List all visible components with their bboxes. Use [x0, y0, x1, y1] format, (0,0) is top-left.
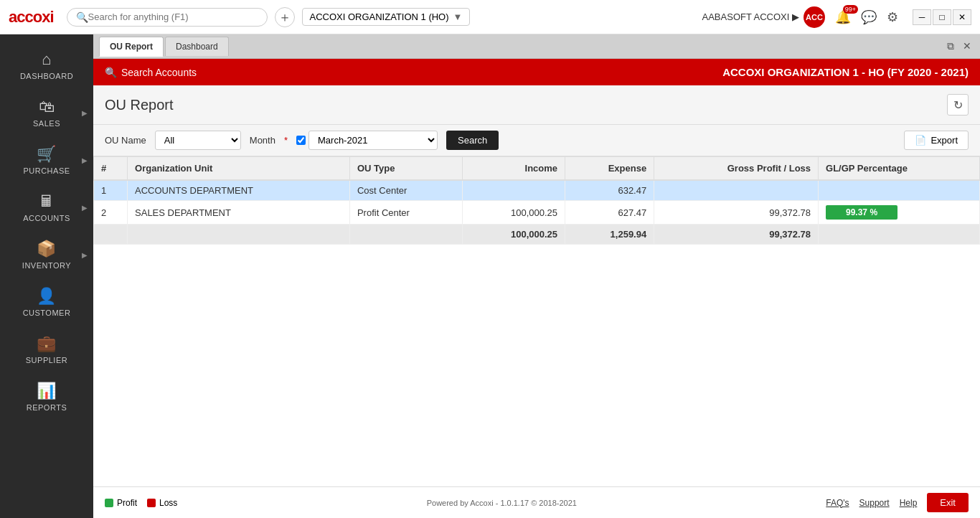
table-header-row: # Organization Unit OU Type Income Expen… [94, 157, 980, 181]
customer-icon: 👤 [37, 287, 57, 306]
sidebar-item-label: DASHBOARD [20, 72, 73, 80]
table-totals-row: 100,000.25 1,259.94 99,372.78 [94, 225, 980, 245]
powered-by-text: Powered by Accoxi - 1.0.1.17 © 2018-2021 [427, 499, 577, 507]
sidebar-item-sales[interactable]: 🛍 SALES ▶ [0, 89, 93, 136]
cell-total-income: 100,000.25 [462, 225, 565, 245]
loss-label: Loss [159, 498, 177, 508]
tab-ou-report[interactable]: OU Report [99, 37, 164, 57]
search-accounts-label: Search Accounts [121, 67, 197, 78]
sidebar-item-inventory[interactable]: 📦 INVENTORY ▶ [0, 231, 93, 278]
maximize-button[interactable]: □ [933, 9, 951, 25]
tab-restore-icon[interactable]: ⧉ [944, 39, 957, 54]
sidebar-item-label: PURCHASE [23, 166, 70, 175]
cell-expense: 632.47 [565, 180, 654, 201]
cell-blank [128, 225, 350, 245]
chevron-down-icon: ▼ [453, 11, 463, 22]
tab-dashboard[interactable]: Dashboard [165, 37, 229, 56]
search-accounts-icon: 🔍 [105, 67, 117, 78]
col-expense: Expense [565, 157, 654, 181]
tab-close-icon[interactable]: ✕ [960, 39, 974, 54]
search-accounts-button[interactable]: 🔍 Search Accounts [105, 67, 197, 78]
sidebar-item-reports[interactable]: 📊 REPORTS [0, 373, 93, 420]
page-content: 🔍 Search Accounts ACCOXI ORGANIZATION 1 … [93, 59, 980, 518]
sidebar-item-label: REPORTS [27, 403, 67, 412]
cell-num: 2 [94, 201, 128, 225]
month-required-star: * [284, 135, 288, 146]
ou-name-select[interactable]: All [155, 131, 241, 150]
add-button[interactable]: ＋ [275, 7, 295, 27]
settings-icon[interactable]: ⚙ [884, 6, 901, 28]
accounts-icon: 🖩 [39, 192, 55, 211]
export-label: Export [930, 135, 958, 146]
notification-button[interactable]: 🔔 99+ [832, 9, 854, 25]
col-num: # [94, 157, 128, 181]
close-button[interactable]: ✕ [953, 9, 971, 25]
notification-badge: 99+ [843, 5, 858, 14]
search-icon: 🔍 [76, 11, 88, 23]
legend-profit: Profit [105, 498, 137, 508]
legend-loss: Loss [147, 498, 177, 508]
global-search-input[interactable] [88, 11, 246, 22]
purchase-icon: 🛒 [37, 145, 57, 164]
col-income: Income [462, 157, 565, 181]
cell-total-expense: 1,259.94 [565, 225, 654, 245]
cell-gross-profit [654, 180, 819, 201]
cell-ou-type: Profit Center [349, 201, 462, 225]
user-name: AABASOFT ACCOXI ▶ [702, 11, 799, 22]
sidebar: ⌂ DASHBOARD 🛍 SALES ▶ 🛒 PURCHASE ▶ 🖩 ACC… [0, 34, 93, 518]
cell-total-gross-profit: 99,372.78 [654, 225, 819, 245]
profit-label: Profit [117, 498, 137, 508]
table-row[interactable]: 1 ACCOUNTS DEPARTMENT Cost Center 632.47 [94, 180, 980, 201]
profit-dot [105, 499, 113, 507]
org-name: ACCOXI ORGANIZATION 1 (HO) [310, 11, 449, 22]
help-link[interactable]: Help [900, 498, 918, 508]
topbar: accoxi 🔍 ＋ ACCOXI ORGANIZATION 1 (HO) ▼ … [0, 0, 980, 34]
user-info: AABASOFT ACCOXI ▶ ACC [702, 6, 825, 28]
month-select[interactable]: March-2021 [308, 131, 438, 150]
col-gl-gp: GL/GP Percentage [819, 157, 980, 181]
sidebar-item-accounts[interactable]: 🖩 ACCOUNTS ▶ [0, 184, 93, 231]
chevron-right-icon: ▶ [82, 204, 88, 212]
export-icon: 📄 [915, 135, 926, 146]
org-selector[interactable]: ACCOXI ORGANIZATION 1 (HO) ▼ [302, 8, 471, 26]
minimize-button[interactable]: ─ [913, 9, 931, 25]
month-checkbox[interactable] [296, 136, 306, 145]
data-table-container: # Organization Unit OU Type Income Expen… [93, 156, 980, 486]
cell-ou-type: Cost Center [349, 180, 462, 201]
tab-controls: ⧉ ✕ [944, 39, 974, 54]
table-row[interactable]: 2 SALES DEPARTMENT Profit Center 100,000… [94, 201, 980, 225]
cell-income [462, 180, 565, 201]
cell-blank [94, 225, 128, 245]
org-fy-title: ACCOXI ORGANIZATION 1 - HO (FY 2020 - 20… [722, 66, 969, 78]
supplier-icon: 💼 [37, 334, 57, 353]
sidebar-item-customer[interactable]: 👤 CUSTOMER [0, 278, 93, 326]
dashboard-icon: ⌂ [42, 50, 52, 69]
global-search-box[interactable]: 🔍 [67, 8, 268, 27]
faq-link[interactable]: FAQ's [826, 498, 849, 508]
sidebar-item-dashboard[interactable]: ⌂ DASHBOARD [0, 42, 93, 89]
progress-bar: 99.37 % [826, 205, 897, 220]
message-icon[interactable]: 💬 [858, 6, 880, 28]
sidebar-item-purchase[interactable]: 🛒 PURCHASE ▶ [0, 136, 93, 184]
export-button[interactable]: 📄 Export [904, 131, 969, 150]
col-ou-type: OU Type [349, 157, 462, 181]
support-link[interactable]: Support [859, 498, 890, 508]
col-org-unit: Organization Unit [128, 157, 350, 181]
tab-label: Dashboard [176, 42, 218, 52]
sidebar-item-supplier[interactable]: 💼 SUPPLIER [0, 326, 93, 373]
topbar-right: AABASOFT ACCOXI ▶ ACC 🔔 99+ 💬 ⚙ ─ □ ✕ [702, 6, 971, 28]
cell-org-unit: ACCOUNTS DEPARTMENT [128, 180, 350, 201]
cell-income: 100,000.25 [462, 201, 565, 225]
exit-button[interactable]: Exit [927, 493, 969, 512]
chevron-right-icon: ▶ [82, 109, 88, 117]
chevron-right-icon: ▶ [82, 251, 88, 259]
refresh-button[interactable]: ↻ [947, 94, 969, 116]
cell-gl-gp: 99.37 % [819, 201, 980, 225]
search-button[interactable]: Search [446, 131, 499, 150]
cell-gross-profit: 99,372.78 [654, 201, 819, 225]
window-controls: ─ □ ✕ [913, 9, 971, 25]
cell-num: 1 [94, 180, 128, 201]
ou-report-table: # Organization Unit OU Type Income Expen… [93, 156, 980, 245]
page-header: OU Report ↻ [93, 85, 980, 125]
inventory-icon: 📦 [37, 240, 57, 258]
